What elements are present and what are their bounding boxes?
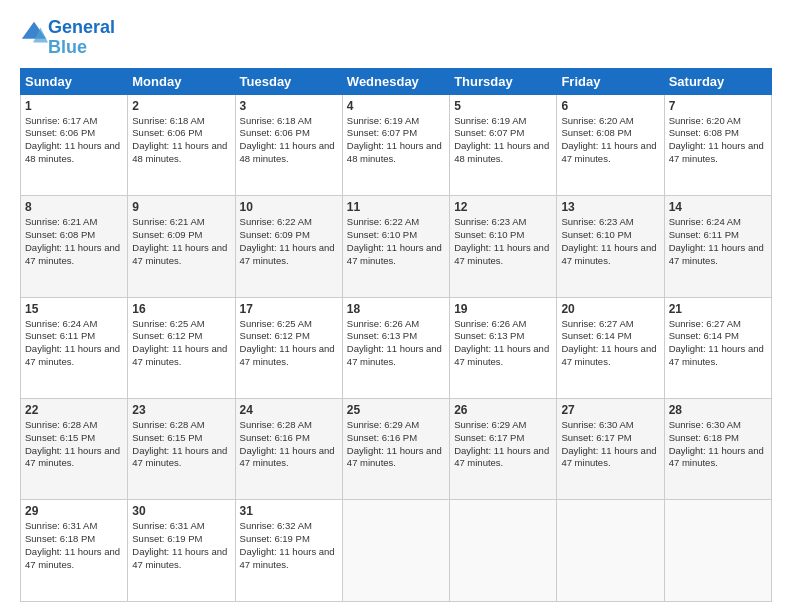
calendar-cell: 1Sunrise: 6:17 AMSunset: 6:06 PMDaylight… xyxy=(21,94,128,195)
sunrise-label: Sunrise: 6:21 AM xyxy=(132,216,204,227)
daylight-label: Daylight: 11 hours and 47 minutes. xyxy=(454,445,549,469)
cell-content: Sunrise: 6:30 AMSunset: 6:17 PMDaylight:… xyxy=(561,419,659,470)
calendar-week-4: 22Sunrise: 6:28 AMSunset: 6:15 PMDayligh… xyxy=(21,399,772,500)
sunrise-label: Sunrise: 6:25 AM xyxy=(240,318,312,329)
day-number: 5 xyxy=(454,99,552,113)
cell-content: Sunrise: 6:24 AMSunset: 6:11 PMDaylight:… xyxy=(669,216,767,267)
calendar-cell xyxy=(342,500,449,602)
sunrise-label: Sunrise: 6:23 AM xyxy=(454,216,526,227)
day-number: 10 xyxy=(240,200,338,214)
cell-content: Sunrise: 6:22 AMSunset: 6:09 PMDaylight:… xyxy=(240,216,338,267)
day-header-wednesday: Wednesday xyxy=(342,68,449,94)
calendar-cell: 12Sunrise: 6:23 AMSunset: 6:10 PMDayligh… xyxy=(450,196,557,297)
sunset-label: Sunset: 6:19 PM xyxy=(240,533,310,544)
cell-content: Sunrise: 6:21 AMSunset: 6:09 PMDaylight:… xyxy=(132,216,230,267)
sunset-label: Sunset: 6:12 PM xyxy=(240,330,310,341)
cell-content: Sunrise: 6:21 AMSunset: 6:08 PMDaylight:… xyxy=(25,216,123,267)
cell-content: Sunrise: 6:24 AMSunset: 6:11 PMDaylight:… xyxy=(25,318,123,369)
calendar-cell: 13Sunrise: 6:23 AMSunset: 6:10 PMDayligh… xyxy=(557,196,664,297)
day-number: 8 xyxy=(25,200,123,214)
sunset-label: Sunset: 6:10 PM xyxy=(454,229,524,240)
day-number: 18 xyxy=(347,302,445,316)
cell-content: Sunrise: 6:19 AMSunset: 6:07 PMDaylight:… xyxy=(347,115,445,166)
day-number: 16 xyxy=(132,302,230,316)
logo-text: GeneralBlue xyxy=(48,18,115,58)
sunset-label: Sunset: 6:18 PM xyxy=(669,432,739,443)
day-number: 7 xyxy=(669,99,767,113)
day-number: 24 xyxy=(240,403,338,417)
daylight-label: Daylight: 11 hours and 47 minutes. xyxy=(347,343,442,367)
calendar-cell: 14Sunrise: 6:24 AMSunset: 6:11 PMDayligh… xyxy=(664,196,771,297)
cell-content: Sunrise: 6:27 AMSunset: 6:14 PMDaylight:… xyxy=(669,318,767,369)
cell-content: Sunrise: 6:25 AMSunset: 6:12 PMDaylight:… xyxy=(132,318,230,369)
day-number: 25 xyxy=(347,403,445,417)
daylight-label: Daylight: 11 hours and 47 minutes. xyxy=(347,242,442,266)
day-number: 1 xyxy=(25,99,123,113)
sunrise-label: Sunrise: 6:22 AM xyxy=(347,216,419,227)
day-number: 4 xyxy=(347,99,445,113)
sunset-label: Sunset: 6:07 PM xyxy=(454,127,524,138)
cell-content: Sunrise: 6:27 AMSunset: 6:14 PMDaylight:… xyxy=(561,318,659,369)
calendar-cell xyxy=(664,500,771,602)
cell-content: Sunrise: 6:20 AMSunset: 6:08 PMDaylight:… xyxy=(669,115,767,166)
cell-content: Sunrise: 6:26 AMSunset: 6:13 PMDaylight:… xyxy=(454,318,552,369)
calendar-cell: 23Sunrise: 6:28 AMSunset: 6:15 PMDayligh… xyxy=(128,399,235,500)
calendar-cell: 25Sunrise: 6:29 AMSunset: 6:16 PMDayligh… xyxy=(342,399,449,500)
cell-content: Sunrise: 6:23 AMSunset: 6:10 PMDaylight:… xyxy=(561,216,659,267)
sunrise-label: Sunrise: 6:17 AM xyxy=(25,115,97,126)
calendar-cell: 22Sunrise: 6:28 AMSunset: 6:15 PMDayligh… xyxy=(21,399,128,500)
day-number: 30 xyxy=(132,504,230,518)
sunset-label: Sunset: 6:13 PM xyxy=(454,330,524,341)
calendar-cell: 21Sunrise: 6:27 AMSunset: 6:14 PMDayligh… xyxy=(664,297,771,398)
daylight-label: Daylight: 11 hours and 47 minutes. xyxy=(132,242,227,266)
calendar-cell: 15Sunrise: 6:24 AMSunset: 6:11 PMDayligh… xyxy=(21,297,128,398)
sunset-label: Sunset: 6:06 PM xyxy=(25,127,95,138)
cell-content: Sunrise: 6:31 AMSunset: 6:18 PMDaylight:… xyxy=(25,520,123,571)
sunrise-label: Sunrise: 6:25 AM xyxy=(132,318,204,329)
cell-content: Sunrise: 6:30 AMSunset: 6:18 PMDaylight:… xyxy=(669,419,767,470)
sunrise-label: Sunrise: 6:19 AM xyxy=(347,115,419,126)
day-header-monday: Monday xyxy=(128,68,235,94)
sunrise-label: Sunrise: 6:30 AM xyxy=(669,419,741,430)
sunset-label: Sunset: 6:07 PM xyxy=(347,127,417,138)
day-number: 26 xyxy=(454,403,552,417)
daylight-label: Daylight: 11 hours and 47 minutes. xyxy=(132,445,227,469)
calendar-cell: 17Sunrise: 6:25 AMSunset: 6:12 PMDayligh… xyxy=(235,297,342,398)
sunrise-label: Sunrise: 6:22 AM xyxy=(240,216,312,227)
sunrise-label: Sunrise: 6:26 AM xyxy=(454,318,526,329)
cell-content: Sunrise: 6:17 AMSunset: 6:06 PMDaylight:… xyxy=(25,115,123,166)
daylight-label: Daylight: 11 hours and 47 minutes. xyxy=(561,343,656,367)
calendar-week-1: 1Sunrise: 6:17 AMSunset: 6:06 PMDaylight… xyxy=(21,94,772,195)
sunrise-label: Sunrise: 6:30 AM xyxy=(561,419,633,430)
day-number: 29 xyxy=(25,504,123,518)
header: GeneralBlue xyxy=(20,18,772,58)
calendar-cell: 16Sunrise: 6:25 AMSunset: 6:12 PMDayligh… xyxy=(128,297,235,398)
day-number: 31 xyxy=(240,504,338,518)
sunrise-label: Sunrise: 6:19 AM xyxy=(454,115,526,126)
calendar-cell: 31Sunrise: 6:32 AMSunset: 6:19 PMDayligh… xyxy=(235,500,342,602)
sunrise-label: Sunrise: 6:31 AM xyxy=(25,520,97,531)
calendar-cell: 11Sunrise: 6:22 AMSunset: 6:10 PMDayligh… xyxy=(342,196,449,297)
calendar-cell: 7Sunrise: 6:20 AMSunset: 6:08 PMDaylight… xyxy=(664,94,771,195)
daylight-label: Daylight: 11 hours and 47 minutes. xyxy=(347,445,442,469)
sunset-label: Sunset: 6:13 PM xyxy=(347,330,417,341)
sunrise-label: Sunrise: 6:20 AM xyxy=(669,115,741,126)
sunset-label: Sunset: 6:11 PM xyxy=(669,229,739,240)
cell-content: Sunrise: 6:26 AMSunset: 6:13 PMDaylight:… xyxy=(347,318,445,369)
day-header-friday: Friday xyxy=(557,68,664,94)
calendar-cell: 19Sunrise: 6:26 AMSunset: 6:13 PMDayligh… xyxy=(450,297,557,398)
day-header-thursday: Thursday xyxy=(450,68,557,94)
day-number: 20 xyxy=(561,302,659,316)
daylight-label: Daylight: 11 hours and 47 minutes. xyxy=(132,546,227,570)
daylight-label: Daylight: 11 hours and 47 minutes. xyxy=(25,242,120,266)
cell-content: Sunrise: 6:28 AMSunset: 6:16 PMDaylight:… xyxy=(240,419,338,470)
calendar-cell: 26Sunrise: 6:29 AMSunset: 6:17 PMDayligh… xyxy=(450,399,557,500)
calendar-cell: 20Sunrise: 6:27 AMSunset: 6:14 PMDayligh… xyxy=(557,297,664,398)
calendar-cell: 24Sunrise: 6:28 AMSunset: 6:16 PMDayligh… xyxy=(235,399,342,500)
calendar-week-5: 29Sunrise: 6:31 AMSunset: 6:18 PMDayligh… xyxy=(21,500,772,602)
calendar-header-row: SundayMondayTuesdayWednesdayThursdayFrid… xyxy=(21,68,772,94)
sunset-label: Sunset: 6:16 PM xyxy=(347,432,417,443)
sunrise-label: Sunrise: 6:28 AM xyxy=(25,419,97,430)
sunset-label: Sunset: 6:10 PM xyxy=(561,229,631,240)
daylight-label: Daylight: 11 hours and 47 minutes. xyxy=(25,343,120,367)
